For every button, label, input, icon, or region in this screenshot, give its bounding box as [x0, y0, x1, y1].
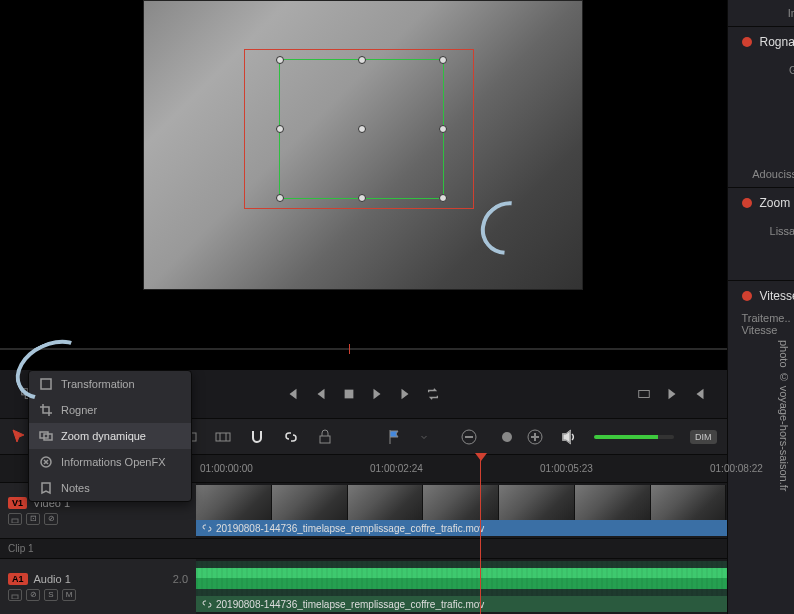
section-dot-icon: [742, 291, 752, 301]
menu-notes[interactable]: Notes: [29, 475, 191, 501]
clip-label: Clip 1: [8, 543, 34, 554]
section-title: Zoom dynamique: [760, 196, 795, 210]
svg-rect-11: [12, 595, 18, 599]
section-dot-icon: [742, 198, 752, 208]
track-level: 2.0: [173, 573, 188, 585]
menu-rogner[interactable]: Rogner: [29, 397, 191, 423]
menu-label: Transformation: [61, 378, 135, 390]
section-title: Vitesse et Mise à l'échelle: [760, 289, 795, 303]
audio-clip-name: 20190808-144736_timelapse_remplissage_co…: [216, 599, 484, 610]
section-dot-icon: [742, 37, 752, 47]
lock-icon[interactable]: [8, 589, 22, 601]
clip-name: 20190808-144736_timelapse_remplissage_co…: [216, 523, 484, 534]
solo-icon[interactable]: S: [44, 589, 58, 601]
clip-info-row: Clip 1: [0, 538, 727, 558]
arrow-tool-icon[interactable]: [10, 428, 28, 446]
zoom-out-icon[interactable]: [460, 428, 478, 446]
svg-rect-2: [345, 390, 354, 399]
link-icon: [202, 599, 212, 609]
loop-icon[interactable]: [426, 387, 440, 401]
zoom-start-rect[interactable]: [279, 59, 444, 199]
video-clip[interactable]: 20190808-144736_timelapse_remplissage_co…: [196, 485, 727, 536]
match-frame-icon[interactable]: [637, 387, 651, 401]
waveform: [196, 561, 727, 596]
track-badge: V1: [8, 497, 27, 509]
video-frame: [143, 0, 583, 290]
menu-label: Informations OpenFX: [61, 456, 166, 468]
dim-button[interactable]: DIM: [690, 430, 717, 444]
viewer-scrubber[interactable]: [0, 348, 727, 350]
overlay-dropdown: Transformation Rogner Zoom dynamique Inf…: [28, 370, 192, 502]
link-icon[interactable]: [282, 428, 300, 446]
clip-thumbnail: [272, 485, 348, 520]
audio-clip[interactable]: 20190808-144736_timelapse_remplissage_co…: [196, 561, 727, 612]
handle-center[interactable]: [358, 125, 366, 133]
fx-icon: [39, 455, 53, 469]
lock-icon[interactable]: [8, 513, 22, 525]
zoom-dyn-icon: [39, 429, 53, 443]
zoom-dynamique-header[interactable]: Zoom dynamique: [728, 187, 795, 218]
volume-slider[interactable]: [594, 435, 674, 439]
traitement-label: Traiteme.. Vitesse: [742, 312, 795, 336]
speaker-icon[interactable]: [560, 428, 578, 446]
menu-label: Notes: [61, 482, 90, 494]
audio-track-header[interactable]: A1 Audio 1 2.0 ⊘ S M: [0, 559, 196, 614]
playhead[interactable]: [480, 455, 481, 614]
stop-icon[interactable]: [342, 387, 356, 401]
clip-thumbnail: [423, 485, 499, 520]
lock-icon[interactable]: [316, 428, 334, 446]
svg-rect-3: [638, 391, 649, 398]
clip-thumbnail: [575, 485, 651, 520]
first-frame-icon[interactable]: [286, 387, 300, 401]
zoom-in-icon[interactable]: [526, 428, 544, 446]
video-viewer[interactable]: [0, 0, 727, 370]
ruler-tick: 01:00:00:00: [200, 463, 253, 474]
out-point-icon[interactable]: [693, 387, 707, 401]
ruler-tick: 01:00:08:22: [710, 463, 763, 474]
handle-tl[interactable]: [276, 56, 284, 64]
menu-zoom-dynamique[interactable]: Zoom dynamique: [29, 423, 191, 449]
svg-rect-12: [41, 379, 51, 389]
ruler-tick: 01:00:05:23: [540, 463, 593, 474]
mute-icon[interactable]: M: [62, 589, 76, 601]
vitesse-header[interactable]: Vitesse et Mise à l'échelle: [728, 280, 795, 311]
menu-label: Zoom dynamique: [61, 430, 146, 442]
menu-openfx[interactable]: Informations OpenFX: [29, 449, 191, 475]
disable-track-icon[interactable]: ⊘: [26, 589, 40, 601]
menu-transformation[interactable]: Transformation: [29, 371, 191, 397]
handle-bm[interactable]: [358, 194, 366, 202]
inverser-label: Inverser: [742, 7, 795, 19]
param-label: Droit: [742, 90, 795, 102]
track-name: Audio 1: [34, 573, 71, 585]
audio-track-content[interactable]: 20190808-144736_timelapse_remplissage_co…: [196, 559, 727, 614]
clip-thumbnail: [348, 485, 424, 520]
watermark: photo © voyage-hors-saison.fr: [778, 340, 790, 491]
clip-thumbnail: [499, 485, 575, 520]
link-icon: [202, 523, 212, 533]
handle-tm[interactable]: [358, 56, 366, 64]
chevron-down-icon[interactable]: [420, 430, 428, 444]
menu-label: Rogner: [61, 404, 97, 416]
svg-rect-7: [320, 436, 330, 443]
handle-ml[interactable]: [276, 125, 284, 133]
video-track-content[interactable]: 20190808-144736_timelapse_remplissage_co…: [196, 483, 727, 538]
section-title: Rognage: [760, 35, 795, 49]
track-badge: A1: [8, 573, 28, 585]
inspector-panel: Inverser Rognage Gauche 0.000 Droit 0.00…: [727, 0, 795, 614]
lissage-label: Lissage: [770, 225, 794, 237]
prev-frame-icon[interactable]: [314, 387, 328, 401]
overwrite-icon[interactable]: [214, 428, 232, 446]
rognage-header[interactable]: Rognage: [728, 26, 795, 57]
notes-icon: [39, 481, 53, 495]
play-icon[interactable]: [370, 387, 384, 401]
flag-icon[interactable]: [386, 428, 404, 446]
clip-thumbnail: [651, 485, 727, 520]
in-point-icon[interactable]: [665, 387, 679, 401]
next-frame-icon[interactable]: [398, 387, 412, 401]
svg-rect-10: [12, 519, 18, 523]
param-label: Haut: [742, 116, 795, 128]
link-track-icon[interactable]: ⊡: [26, 513, 40, 525]
transform-icon: [39, 377, 53, 391]
disable-track-icon[interactable]: ⊘: [44, 513, 58, 525]
snap-icon[interactable]: [248, 428, 266, 446]
